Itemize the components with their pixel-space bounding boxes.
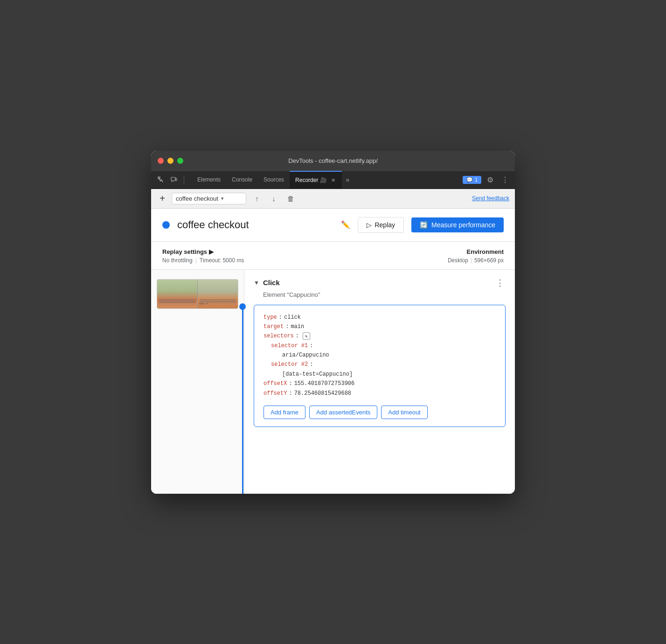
maximize-button[interactable] bbox=[177, 158, 183, 164]
tab-console[interactable]: Console bbox=[226, 171, 258, 189]
code-line-offsety: offsetY : 78.25460815429688 bbox=[264, 389, 496, 398]
step-element-label: Element "Cappucino" bbox=[254, 291, 506, 298]
code-line-offsetx: offsetX : 155.40187072753906 bbox=[264, 379, 496, 388]
tabbar: Elements Console Sources Recorder 🎥 ✕ » … bbox=[151, 171, 515, 189]
timeout-label: Timeout: 5000 ms bbox=[200, 257, 244, 264]
selector-type-icon: ↖ bbox=[303, 332, 310, 340]
environment-details: Desktop 596×669 px bbox=[448, 257, 504, 264]
step-header: ▼ Click ⋮ bbox=[254, 277, 506, 288]
tabbar-icons bbox=[155, 174, 187, 186]
code-line-selectors: selectors : ↖ bbox=[264, 331, 496, 341]
tab-sources[interactable]: Sources bbox=[258, 171, 290, 189]
recording-title: coffee checkout bbox=[177, 219, 333, 231]
recorder-header: coffee checkout ✏️ ▷ Replay 🔄 Measure pe… bbox=[151, 209, 515, 242]
step-screenshot: Espre... & bbox=[157, 279, 238, 309]
tab-elements[interactable]: Elements bbox=[192, 171, 226, 189]
code-line-selector2-key: selector #2 : bbox=[264, 360, 496, 369]
main-content: coffee checkout ✏️ ▷ Replay 🔄 Measure pe… bbox=[151, 209, 515, 494]
toolbar: + coffee checkout ▾ ↑ ↓ 🗑 Send feedback bbox=[151, 189, 515, 209]
resolution-label: 596×669 px bbox=[474, 257, 504, 264]
code-line-selector1-key: selector #1 : bbox=[264, 341, 496, 350]
svg-rect-1 bbox=[171, 177, 175, 181]
minimize-button[interactable] bbox=[167, 158, 173, 164]
code-line-type: type : click bbox=[264, 313, 496, 322]
step-type-label: Click bbox=[263, 279, 491, 287]
replay-settings: Replay settings ▶ No throttling | Timeou… bbox=[162, 248, 448, 264]
more-tabs-icon[interactable]: » bbox=[342, 176, 353, 183]
tab-close-icon[interactable]: ✕ bbox=[330, 177, 336, 183]
replay-settings-title: Replay settings ▶ bbox=[162, 248, 448, 255]
add-timeout-button[interactable]: Add timeout bbox=[381, 406, 427, 419]
step-dot bbox=[239, 303, 246, 310]
export-icon[interactable]: ↑ bbox=[251, 192, 263, 204]
settings-divider: | bbox=[195, 257, 197, 264]
add-recording-button[interactable]: + bbox=[157, 193, 168, 204]
add-asserted-events-button[interactable]: Add assertedEvents bbox=[309, 406, 377, 419]
environment-title: Environment bbox=[448, 248, 504, 255]
inspect-icon[interactable] bbox=[155, 174, 167, 186]
code-line-selector2-val: [data-test=Cappucino] bbox=[264, 370, 496, 379]
window-title: DevTools - coffee-cart.netlify.app/ bbox=[288, 157, 378, 164]
screenshot-image: Espre... & bbox=[157, 280, 238, 308]
environment-settings: Environment Desktop 596×669 px bbox=[448, 248, 504, 264]
chevron-down-icon: ▾ bbox=[221, 196, 224, 202]
more-menu-icon[interactable]: ⋮ bbox=[499, 174, 511, 186]
step-detail: ▼ Click ⋮ Element "Cappucino" type : cli… bbox=[244, 270, 515, 494]
steps-area: Espre... & ▼ Click ⋮ Element "Cappucino" bbox=[151, 270, 515, 494]
step-connector-line bbox=[242, 307, 243, 494]
settings-bar: Replay settings ▶ No throttling | Timeou… bbox=[151, 242, 515, 270]
send-feedback-link[interactable]: Send feedback bbox=[472, 195, 509, 202]
tabbar-right: 💬 1 ⚙ ⋮ bbox=[463, 174, 511, 186]
replay-button[interactable]: ▷ Replay bbox=[358, 217, 404, 233]
recording-status-dot bbox=[162, 221, 170, 229]
code-line-target: target : main bbox=[264, 322, 496, 331]
tab-recorder[interactable]: Recorder 🎥 ✕ bbox=[290, 171, 342, 189]
devtools-window: DevTools - coffee-cart.netlify.app/ Elem… bbox=[151, 151, 515, 494]
measure-icon: 🔄 bbox=[420, 221, 428, 229]
device-icon[interactable] bbox=[168, 174, 180, 186]
recording-selector[interactable]: coffee checkout ▾ bbox=[172, 193, 246, 204]
chat-badge[interactable]: 💬 1 bbox=[463, 176, 481, 184]
traffic-lights bbox=[158, 158, 183, 164]
step-menu-button[interactable]: ⋮ bbox=[494, 277, 506, 288]
recording-name: coffee checkout bbox=[176, 195, 218, 202]
play-icon: ▷ bbox=[367, 221, 372, 229]
close-button[interactable] bbox=[158, 158, 164, 164]
measure-performance-button[interactable]: 🔄 Measure performance bbox=[411, 217, 504, 232]
steps-sidebar: Espre... & bbox=[151, 270, 244, 494]
toolbar-actions: ↑ ↓ 🗑 bbox=[251, 192, 297, 204]
device-label: Desktop bbox=[448, 257, 468, 264]
delete-icon[interactable]: 🗑 bbox=[284, 192, 297, 204]
action-buttons: Add frame Add assertedEvents Add timeout bbox=[264, 406, 496, 419]
settings-details: No throttling | Timeout: 5000 ms bbox=[162, 257, 448, 264]
edit-title-icon[interactable]: ✏️ bbox=[341, 220, 350, 229]
import-icon[interactable]: ↓ bbox=[268, 192, 280, 204]
svg-rect-2 bbox=[175, 178, 177, 181]
chevron-right-icon: ▶ bbox=[209, 248, 214, 255]
throttling-label: No throttling bbox=[162, 257, 193, 264]
code-block: type : click target : main selectors : ↖ bbox=[254, 305, 506, 427]
titlebar: DevTools - coffee-cart.netlify.app/ bbox=[151, 151, 515, 171]
settings-icon[interactable]: ⚙ bbox=[484, 174, 496, 186]
tab-divider bbox=[184, 175, 184, 184]
add-frame-button[interactable]: Add frame bbox=[264, 406, 305, 419]
code-line-selector1-val: aria/Cappucino bbox=[264, 350, 496, 360]
collapse-arrow-icon[interactable]: ▼ bbox=[254, 280, 259, 286]
